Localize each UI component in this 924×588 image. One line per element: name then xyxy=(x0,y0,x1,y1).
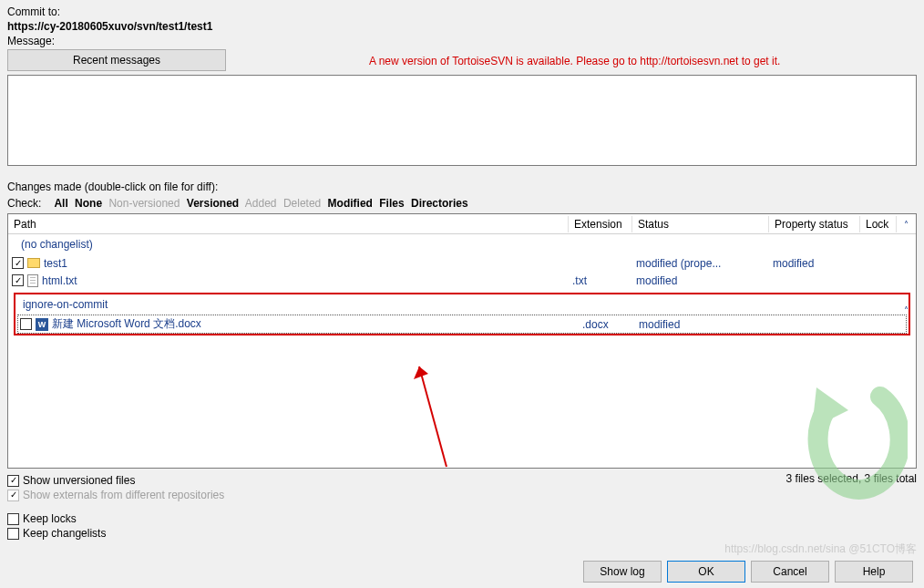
checkbox-icon[interactable] xyxy=(7,475,19,487)
filter-nonversioned[interactable]: Non-versioned xyxy=(108,197,180,210)
col-status[interactable]: Status xyxy=(632,216,769,232)
collapse-icon[interactable]: ˄ xyxy=(904,305,909,315)
file-list-panel: Path Extension Status Property status Lo… xyxy=(7,213,917,469)
filter-files[interactable]: Files xyxy=(379,197,404,210)
filter-bar: Check: All None Non-versioned Versioned … xyxy=(7,197,917,210)
col-extension[interactable]: Extension xyxy=(569,216,632,232)
show-unversioned-checkbox[interactable]: Show unversioned files xyxy=(7,474,224,487)
cancel-button[interactable]: Cancel xyxy=(751,561,829,583)
filter-none[interactable]: None xyxy=(75,197,102,210)
row-checkbox[interactable] xyxy=(12,257,24,269)
file-ext: .docx xyxy=(579,318,635,331)
collapse-icon[interactable]: ˄ xyxy=(904,220,909,230)
filter-modified[interactable]: Modified xyxy=(328,197,373,210)
table-row[interactable]: html.txt .txt modified xyxy=(8,272,916,289)
commit-url: https://cy-20180605xuvo/svn/test1/test1 xyxy=(7,20,917,33)
file-name: html.txt xyxy=(42,274,77,287)
filter-all[interactable]: All xyxy=(54,197,67,210)
show-externals-checkbox: Show externals from different repositori… xyxy=(7,489,224,501)
col-property-status[interactable]: Property status xyxy=(769,216,860,232)
col-lock[interactable]: Lock xyxy=(860,216,897,232)
checkbox-icon xyxy=(7,490,19,501)
help-button[interactable]: Help xyxy=(835,561,913,583)
word-icon: W xyxy=(36,318,48,331)
ok-button[interactable]: OK xyxy=(667,561,745,583)
group-no-changelist[interactable]: (no changelist) xyxy=(8,234,916,254)
table-row[interactable]: W 新建 Microsoft Word 文档.docx .docx modifi… xyxy=(18,315,906,333)
filter-directories[interactable]: Directories xyxy=(411,197,468,210)
commit-to-label: Commit to: xyxy=(7,5,917,18)
file-status: modified (prope... xyxy=(632,257,769,270)
filter-deleted[interactable]: Deleted xyxy=(283,197,321,210)
checkbox-icon[interactable] xyxy=(7,528,19,540)
highlight-box: ignore-on-commit W 新建 Microsoft Word 文档.… xyxy=(14,293,910,335)
show-log-button[interactable]: Show log xyxy=(583,561,662,583)
file-name: test1 xyxy=(44,257,67,270)
recent-messages-button[interactable]: Recent messages xyxy=(7,49,226,71)
selection-status: 3 files selected, 3 files total xyxy=(786,472,917,503)
keep-changelists-checkbox[interactable]: Keep changelists xyxy=(7,527,917,540)
filter-versioned[interactable]: Versioned xyxy=(187,197,239,210)
file-name: 新建 Microsoft Word 文档.docx xyxy=(52,316,201,332)
changes-made-label: Changes made (double-click on file for d… xyxy=(7,181,917,193)
file-status: modified xyxy=(632,274,769,287)
row-checkbox[interactable] xyxy=(12,274,24,286)
file-prop: modified xyxy=(769,257,860,270)
check-label: Check: xyxy=(7,197,41,210)
message-label: Message: xyxy=(7,35,917,47)
file-icon xyxy=(27,274,38,287)
checkbox-icon[interactable] xyxy=(7,513,19,525)
update-notice: A new version of TortoiseSVN is availabl… xyxy=(369,55,780,67)
file-ext: .txt xyxy=(569,274,632,287)
group-ignore-on-commit[interactable]: ignore-on-commit xyxy=(15,294,909,315)
folder-icon xyxy=(27,258,40,268)
column-header-row: Path Extension Status Property status Lo… xyxy=(8,214,916,234)
watermark-text: https://blog.csdn.net/sina @51CTO博客 xyxy=(724,542,917,557)
file-status: modified xyxy=(635,318,772,331)
col-path[interactable]: Path xyxy=(8,216,569,232)
commit-message-textarea[interactable] xyxy=(7,75,917,166)
table-row[interactable]: test1 modified (prope... modified xyxy=(8,254,916,272)
row-checkbox[interactable] xyxy=(20,318,32,330)
keep-locks-checkbox[interactable]: Keep locks xyxy=(7,512,917,525)
filter-added[interactable]: Added xyxy=(245,197,277,210)
